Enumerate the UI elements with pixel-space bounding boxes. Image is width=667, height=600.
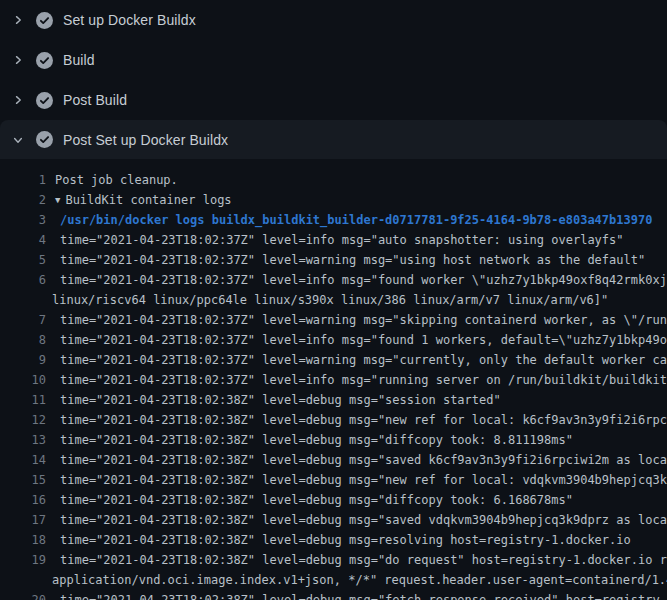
check-circle-icon — [36, 12, 53, 29]
line-number[interactable]: 20 — [0, 590, 46, 600]
step-label: Build — [63, 52, 95, 68]
log-text: time="2021-04-23T18:02:38Z" level=debug … — [46, 590, 667, 600]
log-row: 7 time="2021-04-23T18:02:37Z" level=warn… — [0, 310, 667, 330]
chevron-down-icon — [12, 134, 36, 146]
log-text: time="2021-04-23T18:02:37Z" level=info m… — [46, 230, 624, 250]
step-row[interactable]: Post Build — [0, 80, 667, 120]
chevron-right-icon — [12, 14, 36, 26]
log-row: 11 time="2021-04-23T18:02:38Z" level=deb… — [0, 390, 667, 410]
line-number[interactable]: 1 — [0, 170, 46, 190]
log-row: 19 time="2021-04-23T18:02:38Z" level=deb… — [0, 550, 667, 570]
line-number[interactable]: 14 — [0, 450, 46, 470]
step-label: Set up Docker Buildx — [63, 12, 196, 28]
step-row[interactable]: Post Set up Docker Buildx — [0, 120, 667, 159]
log-text: time="2021-04-23T18:02:38Z" level=debug … — [46, 390, 501, 410]
log-row: 6 time="2021-04-23T18:02:37Z" level=info… — [0, 270, 667, 290]
log-text: /usr/bin/docker logs buildx_buildkit_bui… — [46, 210, 652, 230]
log-row: 8 time="2021-04-23T18:02:37Z" level=info… — [0, 330, 667, 350]
log-text: time="2021-04-23T18:02:37Z" level=warnin… — [46, 350, 667, 370]
log-text: time="2021-04-23T18:02:37Z" level=warnin… — [46, 310, 667, 330]
log-text: linux/riscv64 linux/ppc64le linux/s390x … — [52, 290, 608, 310]
log-row: 13 time="2021-04-23T18:02:38Z" level=deb… — [0, 430, 667, 450]
log-row: 17 time="2021-04-23T18:02:38Z" level=deb… — [0, 510, 667, 530]
log-text: ▼BuildKit container logs — [46, 190, 232, 210]
log-row: linux/riscv64 linux/ppc64le linux/s390x … — [0, 290, 667, 310]
group-toggle-icon[interactable]: ▼ — [55, 190, 60, 210]
line-number[interactable]: 4 — [0, 230, 46, 250]
line-number[interactable]: 5 — [0, 250, 46, 270]
line-number[interactable]: 10 — [0, 370, 46, 390]
log-row: 5 time="2021-04-23T18:02:37Z" level=warn… — [0, 250, 667, 270]
log-text: application/vnd.oci.image.index.v1+json,… — [52, 570, 667, 590]
chevron-right-icon — [12, 54, 36, 66]
step-row[interactable]: Build — [0, 40, 667, 80]
check-circle-icon — [36, 52, 53, 69]
log-row: 18 time="2021-04-23T18:02:38Z" level=deb… — [0, 530, 667, 550]
log-text: time="2021-04-23T18:02:38Z" level=debug … — [46, 470, 667, 490]
actions-log-viewer: Set up Docker Buildx Build P — [0, 0, 667, 600]
line-number[interactable]: 2 — [0, 190, 46, 210]
step-label: Post Build — [63, 92, 127, 108]
log-row: 4 time="2021-04-23T18:02:37Z" level=info… — [0, 230, 667, 250]
log-row: 12 time="2021-04-23T18:02:38Z" level=deb… — [0, 410, 667, 430]
check-circle-icon — [36, 92, 53, 109]
check-circle-icon — [36, 131, 53, 148]
step-label: Post Set up Docker Buildx — [63, 132, 228, 148]
chevron-right-icon — [12, 94, 36, 106]
log-row: 15 time="2021-04-23T18:02:38Z" level=deb… — [0, 470, 667, 490]
log-row: 16 time="2021-04-23T18:02:38Z" level=deb… — [0, 490, 667, 510]
line-number[interactable]: 8 — [0, 330, 46, 350]
log-text: time="2021-04-23T18:02:37Z" level=info m… — [46, 270, 667, 290]
log-text: time="2021-04-23T18:02:38Z" level=debug … — [46, 490, 573, 510]
log-row: 14 time="2021-04-23T18:02:38Z" level=deb… — [0, 450, 667, 470]
log-row: 2 ▼BuildKit container logs — [0, 190, 667, 210]
step-list: Set up Docker Buildx Build P — [0, 0, 667, 159]
log-row: 3 /usr/bin/docker logs buildx_buildkit_b… — [0, 210, 667, 230]
line-number[interactable]: 13 — [0, 430, 46, 450]
line-number[interactable]: 17 — [0, 510, 46, 530]
log-row: 9 time="2021-04-23T18:02:37Z" level=warn… — [0, 350, 667, 370]
line-number[interactable]: 19 — [0, 550, 46, 570]
log-text: time="2021-04-23T18:02:38Z" level=debug … — [46, 410, 667, 430]
line-number[interactable]: 9 — [0, 350, 46, 370]
log-text: time="2021-04-23T18:02:38Z" level=debug … — [46, 530, 631, 550]
line-number[interactable]: 6 — [0, 270, 46, 290]
log-text: time="2021-04-23T18:02:37Z" level=info m… — [46, 330, 667, 350]
group-title[interactable]: BuildKit container logs — [65, 193, 231, 207]
line-number[interactable]: 12 — [0, 410, 46, 430]
log-row: 20 time="2021-04-23T18:02:38Z" level=deb… — [0, 590, 667, 600]
log-text: time="2021-04-23T18:02:38Z" level=debug … — [46, 430, 573, 450]
line-number[interactable]: 18 — [0, 530, 46, 550]
log-text: time="2021-04-23T18:02:38Z" level=debug … — [46, 450, 667, 470]
line-number[interactable]: 15 — [0, 470, 46, 490]
line-number[interactable]: 7 — [0, 310, 46, 330]
log-text: time="2021-04-23T18:02:37Z" level=warnin… — [46, 250, 645, 270]
log-text: time="2021-04-23T18:02:38Z" level=debug … — [46, 550, 667, 570]
step-row[interactable]: Set up Docker Buildx — [0, 0, 667, 40]
line-number[interactable]: 11 — [0, 390, 46, 410]
log-row: 1 Post job cleanup. — [0, 170, 667, 190]
log-text: Post job cleanup. — [46, 170, 178, 190]
line-number[interactable]: 16 — [0, 490, 46, 510]
log-text: time="2021-04-23T18:02:37Z" level=info m… — [46, 370, 667, 390]
log-row: application/vnd.oci.image.index.v1+json,… — [0, 570, 667, 590]
line-number[interactable]: 3 — [0, 210, 46, 230]
log-row: 10 time="2021-04-23T18:02:37Z" level=inf… — [0, 370, 667, 390]
log-area: 1 Post job cleanup. 2 ▼BuildKit containe… — [0, 159, 667, 600]
log-text: time="2021-04-23T18:02:38Z" level=debug … — [46, 510, 667, 530]
